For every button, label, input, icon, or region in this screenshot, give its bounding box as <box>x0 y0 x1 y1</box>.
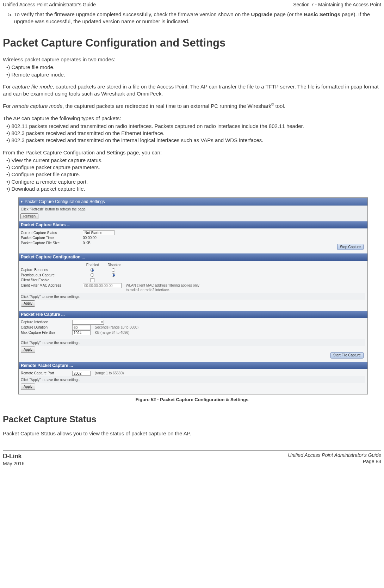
config-section-header: Packet Capture Configuration ... <box>19 253 367 261</box>
page-footer: D-Link May 2016 Unified Access Point Adm… <box>3 450 381 467</box>
disabled-column-header: Disabled <box>105 263 124 268</box>
max-file-size-note: KB (range 64 to 4096) <box>95 330 129 335</box>
current-status-value: Not Started <box>83 230 114 235</box>
config-apply-button[interactable]: Apply <box>21 300 35 307</box>
embedded-ui-panel: Packet Capture Configuration and Setting… <box>18 197 368 394</box>
remote-apply-hint: Click "Apply" to save the new settings. <box>21 376 365 383</box>
capture-duration-note: Seconds (range 10 to 3600) <box>95 325 138 330</box>
file-apply-hint: Click "Apply" to save the new settings. <box>21 339 365 346</box>
capture-size-value: 0 KB <box>83 241 91 246</box>
mac-filter-note: WLAN client MAC address filtering applie… <box>126 283 203 293</box>
file-apply-button[interactable]: Apply <box>21 347 35 353</box>
promiscuous-label: Promiscuous Capture <box>21 273 81 278</box>
status-section: Current Capture Status Not Started Packe… <box>19 228 367 253</box>
footer-title: Unified Access Point Administrator's Gui… <box>288 452 381 459</box>
packet-types-intro: The AP can capture the following types o… <box>3 115 381 122</box>
capture-time-value: 00:00:00 <box>83 235 97 240</box>
firmware-step-list: To verify that the firmware upgrade comp… <box>12 11 381 25</box>
capture-time-label: Packet Capture Time <box>21 235 81 240</box>
client-filter-checkbox[interactable] <box>91 278 94 282</box>
modes-list: Capture file mode. Remote capture mode. <box>6 64 381 78</box>
action-item: Configure packet file capture. <box>6 171 381 178</box>
current-status-label: Current Capture Status <box>21 231 81 235</box>
remote-section: Remote Capture Port 2002 (range 1 to 655… <box>19 369 367 394</box>
expand-icon <box>21 200 23 203</box>
modes-intro: Wireless packet capture operates in two … <box>3 56 381 63</box>
panel-title: Packet Capture Configuration and Setting… <box>25 199 105 204</box>
pkt-item: 802.3 packets received and transmitted o… <box>6 137 381 144</box>
file-section-header: Packet File Capture ... <box>19 311 367 318</box>
packet-types-list: 802.11 packets received and transmitted … <box>6 123 381 144</box>
pkt-item: 802.11 packets received and transmitted … <box>6 123 381 130</box>
action-item: View the current packet capture status. <box>6 157 381 164</box>
figure-caption: Figure 52 - Packet Capture Configuration… <box>3 397 381 403</box>
subsection-heading: Packet Capture Status <box>3 414 381 425</box>
status-description: Packet Capture Status allows you to view… <box>3 430 381 437</box>
action-item: Configure packet capture parameters. <box>6 164 381 171</box>
header-right: Section 7 - Maintaining the Access Point <box>293 1 381 8</box>
stop-capture-button[interactable]: Stop Capture <box>337 244 364 250</box>
mac-filter-label: Client Filter MAC Address <box>21 283 81 288</box>
mac-filter-input[interactable]: 00:00:00:00:00:00 <box>83 283 122 288</box>
header-left: Unified Access Point Administrator's Gui… <box>3 1 96 8</box>
panel-titlebar: Packet Capture Configuration and Setting… <box>19 198 367 206</box>
status-section-header: Packet Capture Status ... <box>19 221 367 228</box>
capture-duration-input[interactable]: 60 <box>72 325 91 330</box>
footer-page: Page 83 <box>288 458 381 465</box>
start-file-capture-button[interactable]: Start File Capture <box>330 352 364 359</box>
footer-date: May 2016 <box>3 460 24 467</box>
refresh-button[interactable]: Refresh <box>20 213 38 220</box>
remote-port-input[interactable]: 2002 <box>72 371 91 376</box>
file-section: Capture Interface Capture Duration 60 Se… <box>19 318 367 362</box>
actions-intro: From the Packet Capture Configuration an… <box>3 149 381 156</box>
remote-apply-button[interactable]: Apply <box>21 384 35 390</box>
enabled-column-header: Enabled <box>83 263 103 268</box>
mode-item: Remote capture mode. <box>6 71 381 78</box>
section-heading: Packet Capture Configuration and Setting… <box>3 36 381 50</box>
page-header: Unified Access Point Administrator's Gui… <box>3 0 381 11</box>
capture-duration-label: Capture Duration <box>21 325 70 330</box>
promiscuous-disabled-radio[interactable] <box>112 273 115 277</box>
mode-item: Capture file mode. <box>6 64 381 71</box>
pkt-item: 802.3 packets received and transmitted o… <box>6 130 381 137</box>
remote-port-label: Remote Capture Port <box>21 371 70 376</box>
config-section: Enabled Disabled Capture Beacons Promisc… <box>19 261 367 311</box>
capture-interface-label: Capture Interface <box>21 320 70 325</box>
action-item: Download a packet capture file. <box>6 185 381 192</box>
capture-beacons-disabled-radio[interactable] <box>112 268 115 272</box>
client-filter-label: Client filter Enable <box>21 278 81 283</box>
refresh-hint: Click "Refresh" button to refresh the pa… <box>19 206 367 213</box>
firmware-step-5: To verify that the firmware upgrade comp… <box>14 11 381 25</box>
brand-logo: D-Link <box>3 452 24 460</box>
remote-section-header: Remote Packet Capture ... <box>19 362 367 369</box>
remote-port-note: (range 1 to 65530) <box>95 371 124 376</box>
max-file-size-label: Max Capture File Size <box>21 330 70 335</box>
config-apply-hint: Click "Apply" to save the new settings. <box>21 293 365 300</box>
remote-capture-para: For remote capture mode, the captured pa… <box>3 102 381 110</box>
capture-size-label: Packet Capture File Size <box>21 241 81 246</box>
actions-list: View the current packet capture status. … <box>6 157 381 192</box>
capture-beacons-enabled-radio[interactable] <box>91 268 94 272</box>
capture-beacons-label: Capture Beacons <box>21 268 81 272</box>
action-item: Configure a remote capture port. <box>6 178 381 185</box>
max-file-size-input[interactable]: 1024 <box>72 330 91 335</box>
capture-interface-select[interactable] <box>72 320 104 325</box>
promiscuous-enabled-radio[interactable] <box>91 273 94 277</box>
capture-file-para: For capture file mode, captured packets … <box>3 83 381 98</box>
